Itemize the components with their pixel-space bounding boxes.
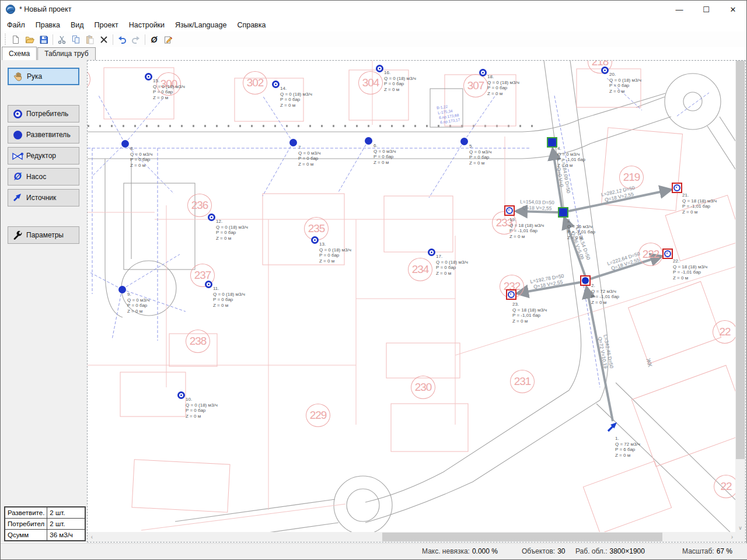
status-item: Масштаб:67 % [682, 547, 732, 555]
node-splitter-6[interactable] [365, 137, 372, 145]
node-consumer-16[interactable] [376, 65, 383, 72]
menu-item[interactable]: Справка [232, 19, 271, 31]
tab-pipe-table[interactable]: Таблица труб [37, 47, 95, 60]
tab-scheme[interactable]: Схема [2, 47, 37, 60]
parcel-number: 302 [243, 71, 267, 94]
node-consumer-18[interactable] [479, 69, 487, 76]
node-splitter-7[interactable] [289, 139, 297, 146]
menu-item[interactable]: Файл [2, 19, 30, 31]
maximize-button[interactable]: ☐ [693, 1, 720, 18]
toolbar-separator [113, 34, 113, 45]
cut-button[interactable] [55, 33, 69, 47]
menu-item[interactable]: Вид [65, 19, 89, 31]
menu-item[interactable]: Язык/Language [170, 19, 232, 31]
undo-button[interactable] [115, 33, 129, 47]
node-label: 6.Q = 0 м3/чP = 0 барZ = 0 м [374, 143, 396, 165]
status-label: Макс. невязка: [422, 547, 470, 555]
tool-button-consumer[interactable]: Потребитель [8, 105, 79, 123]
splitter-icon [10, 131, 25, 139]
node-consumer-20[interactable] [601, 66, 609, 74]
node-consumer-boxed-23[interactable] [506, 289, 516, 300]
clear-button[interactable]: Ø [147, 33, 161, 47]
node-label: 12.Q = 0 (18) м3/чP = 0 барZ = 0 м [216, 219, 248, 241]
node-splitter-boxed-green-3[interactable] [558, 207, 568, 218]
title-bar: * Новый проект —☐✕ [1, 1, 746, 18]
copy-button[interactable] [69, 33, 83, 47]
node-splitter-9[interactable] [118, 286, 126, 293]
tool-button-hand[interactable]: Рука [8, 68, 79, 85]
node-label: 16.Q = 0 (18) м3/чP = 0 барZ = 0 м [384, 70, 416, 92]
node-consumer-12[interactable] [208, 214, 215, 221]
paste-button[interactable] [83, 33, 97, 47]
node-consumer-17[interactable] [428, 249, 435, 256]
status-label: Масштаб: [682, 547, 714, 555]
node-consumer-boxed-21[interactable] [672, 183, 682, 193]
summary-table: Разветвите.2 шт.Потребител2 шт.Qсумм36 м… [5, 507, 85, 541]
menu-bar: ФайлПравкаВидПроектНастройкиЯзык/Languag… [1, 18, 746, 32]
open-folder-button[interactable] [23, 33, 37, 47]
node-label: 13.Q = 0 (18) м3/чP = 0 барZ = 0 м [319, 242, 351, 264]
node-consumer-15[interactable] [145, 73, 152, 80]
tool-button-splitter[interactable]: Разветвитель [8, 126, 79, 144]
toolbar-grip-handle[interactable] [4, 34, 7, 46]
new-document-button[interactable] [9, 33, 23, 47]
parcel-number: 238 [186, 330, 210, 353]
node-consumer-10[interactable] [177, 391, 185, 399]
parcel-number: 231 [510, 370, 535, 393]
node-label: 8.Q = 0 м3/чP = 0 барZ = 0 м [130, 146, 152, 168]
map-drawing: 3003023043072182192362352372342332322222… [88, 61, 736, 533]
horizontal-scrollbar[interactable]: ‹ › [88, 532, 736, 542]
tool-label: Параметры [26, 231, 64, 239]
scroll-left-arrow[interactable]: ‹ [88, 532, 96, 542]
node-consumer-13[interactable] [311, 236, 319, 244]
node-splitter-boxed-green-4[interactable] [547, 137, 557, 148]
menu-item[interactable]: Настройки [124, 19, 170, 31]
node-consumer-boxed-22[interactable] [662, 249, 673, 259]
status-value: 3800×1900 [610, 547, 645, 555]
tool-label: Насос [26, 173, 46, 181]
redo-button[interactable] [129, 33, 143, 47]
pipe[interactable] [516, 211, 558, 212]
node-splitter-5[interactable] [460, 138, 468, 145]
node-consumer-boxed-19[interactable] [504, 205, 515, 216]
vertical-scroll-thumb[interactable] [736, 61, 745, 459]
node-label: 14.Q = 0 (18) м3/чP = 0 барZ = 0 м [280, 86, 312, 108]
window-title: * Новый проект [19, 5, 71, 13]
minimize-button[interactable]: — [666, 1, 693, 18]
tool-button-parameters[interactable]: Параметры [8, 226, 79, 244]
node-source-1[interactable] [606, 422, 619, 435]
pipe-label: L=154,03 D=50Q=18 V=2,55 [520, 199, 554, 212]
tool-button-source[interactable]: Источник [8, 189, 79, 206]
menu-item[interactable]: Проект [89, 19, 124, 31]
edit-button[interactable] [161, 33, 175, 47]
close-button[interactable]: ✕ [720, 1, 746, 18]
parcel-number: 236 [187, 194, 212, 217]
node-consumer-11[interactable] [205, 281, 212, 288]
tool-sidebar: РукаПотребительРазветвительРедукторØНасо… [1, 60, 87, 542]
vertical-scrollbar[interactable]: ∨ [735, 61, 745, 533]
consumer-icon [10, 110, 25, 118]
toolbar-separator [145, 34, 145, 45]
tool-label: Рука [27, 72, 42, 80]
delete-button[interactable] [97, 33, 111, 47]
node-splitter-boxed-red-2[interactable] [580, 275, 591, 286]
parcel-number: 230 [411, 376, 435, 399]
status-item: Объектов:30 [522, 547, 565, 555]
tool-button-pump[interactable]: ØНасос [8, 168, 79, 186]
scheme-canvas[interactable]: 3003023043072182192362352372342332322222… [87, 60, 746, 542]
node-label: 9.Q = 0 м3/чP = 0 барZ = 0 м [127, 292, 149, 314]
node-splitter-8[interactable] [121, 140, 129, 148]
menu-item[interactable]: Правка [30, 19, 65, 31]
window-controls: —☐✕ [666, 1, 746, 18]
save-button[interactable] [37, 33, 51, 47]
wrench-icon [10, 230, 25, 240]
summary-row: Qсумм36 м3/ч [5, 530, 85, 541]
horizontal-scroll-thumb[interactable] [382, 533, 662, 541]
node-label: 5.Q = 0 м3/чP = 0 барZ = 0 м [469, 144, 491, 166]
status-value: 67 % [717, 547, 732, 555]
tool-label: Источник [26, 194, 56, 202]
status-label: Раб. обл.: [575, 547, 608, 555]
node-consumer-14[interactable] [272, 80, 280, 88]
summary-value: 36 м3/ч [47, 530, 85, 541]
tool-button-reducer[interactable]: Редуктор [8, 147, 79, 164]
